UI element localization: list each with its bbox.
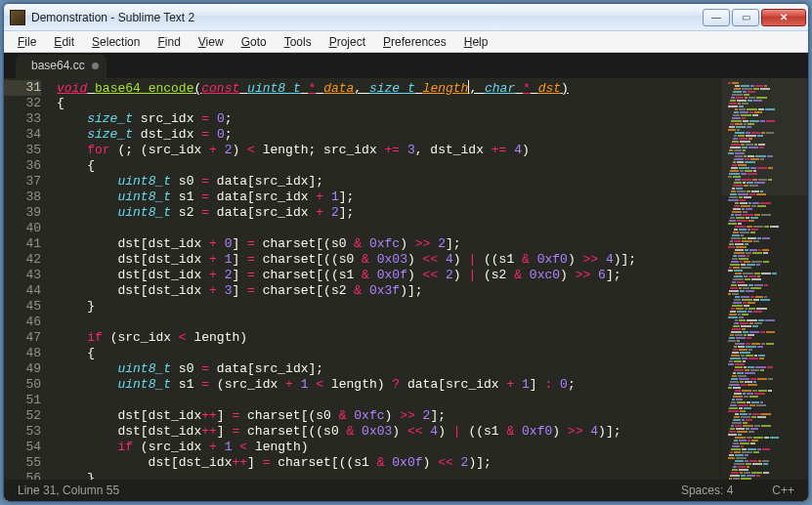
close-button[interactable]: ✕: [761, 9, 806, 26]
line-number[interactable]: 38: [4, 189, 41, 205]
code-line[interactable]: uint8_t s0 = data[src_idx];: [57, 174, 720, 189]
code-line[interactable]: if (src_idx < length): [57, 330, 720, 346]
line-number[interactable]: 55: [4, 455, 41, 471]
code-line[interactable]: {: [57, 96, 720, 111]
code-line[interactable]: size_t dst_idx = 0;: [57, 127, 720, 143]
statusbar: Line 31, Column 55 Spaces: 4 C++: [4, 480, 808, 501]
line-number[interactable]: 34: [4, 127, 41, 143]
menu-project[interactable]: Project: [321, 33, 373, 51]
code-editor[interactable]: void base64_encode(const uint8_t * data,…: [51, 78, 720, 480]
menubar: FileEditSelectionFindViewGotoToolsProjec…: [4, 31, 808, 53]
line-number[interactable]: 36: [4, 158, 41, 174]
menu-tools[interactable]: Tools: [277, 33, 320, 51]
minimap[interactable]: [720, 78, 808, 480]
code-line[interactable]: size_t src_idx = 0;: [57, 111, 720, 127]
tab-label: base64.cc: [31, 59, 85, 72]
code-line[interactable]: dst[dst_idx + 0] = charset[(s0 & 0xfc) >…: [57, 236, 720, 252]
status-line-col[interactable]: Line 31, Column 55: [18, 484, 119, 497]
line-number[interactable]: 35: [4, 143, 41, 158]
code-line[interactable]: dst[dst_idx + 2] = charset[((s1 & 0x0f) …: [57, 268, 720, 283]
line-number[interactable]: 53: [4, 424, 41, 440]
code-line[interactable]: [57, 221, 720, 236]
line-number[interactable]: 44: [4, 283, 41, 299]
menu-view[interactable]: View: [191, 33, 232, 51]
menu-goto[interactable]: Goto: [234, 33, 275, 51]
line-number[interactable]: 56: [4, 471, 41, 480]
code-line[interactable]: uint8_t s2 = data[src_idx + 2];: [57, 205, 720, 221]
app-icon: [10, 10, 25, 25]
minimize-button[interactable]: —: [703, 9, 730, 26]
menu-file[interactable]: File: [10, 33, 44, 51]
maximize-button[interactable]: ▭: [732, 9, 759, 26]
line-number[interactable]: 47: [4, 330, 41, 346]
editor-area: 3132333435363738394041424344454647484950…: [4, 78, 808, 480]
code-line[interactable]: dst[dst_idx++] = charset[((s1 & 0x0f) <<…: [57, 455, 720, 471]
titlebar[interactable]: Demonstration - Sublime Text 2 — ▭ ✕: [4, 4, 808, 31]
line-number[interactable]: 42: [4, 252, 41, 268]
status-spaces[interactable]: Spaces: 4: [681, 484, 733, 497]
line-number[interactable]: 41: [4, 236, 41, 252]
code-line[interactable]: if (src_idx + 1 < length): [57, 440, 720, 455]
code-line[interactable]: {: [57, 158, 720, 174]
line-number[interactable]: 50: [4, 377, 41, 393]
menu-help[interactable]: Help: [456, 33, 496, 51]
menu-selection[interactable]: Selection: [84, 33, 148, 51]
code-line[interactable]: dst[dst_idx + 3] = charset[(s2 & 0x3f)];: [57, 283, 720, 299]
line-number[interactable]: 37: [4, 174, 41, 189]
line-number[interactable]: 46: [4, 315, 41, 330]
code-line[interactable]: uint8_t s1 = data[src_idx + 1];: [57, 189, 720, 205]
code-line[interactable]: void base64_encode(const uint8_t * data,…: [57, 80, 720, 96]
code-line[interactable]: uint8_t s1 = (src_idx + 1 < length) ? da…: [57, 377, 720, 393]
line-number[interactable]: 31: [4, 80, 41, 96]
line-number[interactable]: 51: [4, 393, 41, 408]
code-line[interactable]: dst[dst_idx++] = charset[(s0 & 0xfc) >> …: [57, 408, 720, 424]
modified-dot-icon: [92, 63, 99, 69]
line-number[interactable]: 52: [4, 408, 41, 424]
code-line[interactable]: dst[dst_idx++] = charset[((s0 & 0x03) <<…: [57, 424, 720, 440]
menu-find[interactable]: Find: [150, 33, 188, 51]
line-number[interactable]: 49: [4, 361, 41, 377]
menu-preferences[interactable]: Preferences: [375, 33, 454, 51]
line-number[interactable]: 39: [4, 205, 41, 221]
line-number[interactable]: 45: [4, 299, 41, 315]
line-gutter[interactable]: 3132333435363738394041424344454647484950…: [4, 78, 51, 480]
line-number[interactable]: 48: [4, 346, 41, 361]
code-line[interactable]: }: [57, 471, 720, 480]
minimap-viewport[interactable]: [721, 78, 807, 195]
line-number[interactable]: 54: [4, 440, 41, 455]
app-window: Demonstration - Sublime Text 2 — ▭ ✕ Fil…: [3, 3, 809, 502]
line-number[interactable]: 32: [4, 96, 41, 111]
code-line[interactable]: [57, 393, 720, 408]
window-controls: — ▭ ✕: [703, 9, 806, 26]
line-number[interactable]: 40: [4, 221, 41, 236]
line-number[interactable]: 33: [4, 111, 41, 127]
window-title: Demonstration - Sublime Text 2: [31, 11, 703, 24]
code-line[interactable]: }: [57, 299, 720, 315]
code-line[interactable]: uint8_t s0 = data[src_idx];: [57, 361, 720, 377]
menu-edit[interactable]: Edit: [46, 33, 82, 51]
status-language[interactable]: C++: [772, 484, 794, 497]
code-line[interactable]: [57, 315, 720, 330]
code-line[interactable]: {: [57, 346, 720, 361]
line-number[interactable]: 43: [4, 268, 41, 283]
code-line[interactable]: dst[dst_idx + 1] = charset[((s0 & 0x03) …: [57, 252, 720, 268]
code-line[interactable]: for (; (src_idx + 2) < length; src_idx +…: [57, 143, 720, 158]
tabbar: base64.cc: [4, 53, 808, 78]
tab-base64cc[interactable]: base64.cc: [16, 55, 107, 78]
